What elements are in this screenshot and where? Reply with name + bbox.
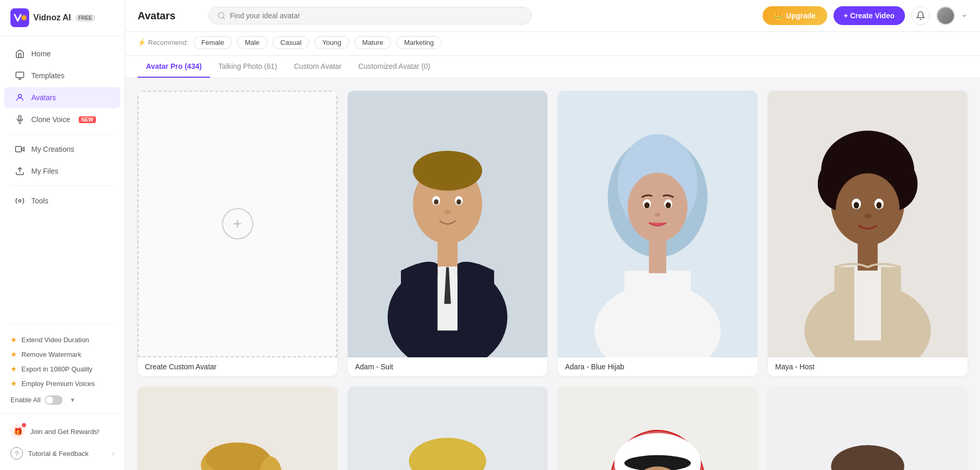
enable-all-toggle[interactable] bbox=[45, 395, 63, 405]
avatar-figure-adam bbox=[348, 91, 547, 357]
my-files-icon bbox=[15, 166, 25, 176]
logo-area: Vidnoz AI FREE bbox=[0, 0, 125, 36]
svg-point-1 bbox=[21, 15, 27, 20]
premium-label-watermark: Remove Watermark bbox=[21, 351, 81, 358]
nav-divider-1 bbox=[8, 134, 116, 135]
tutorial-feedback-item[interactable]: ? Tutorial & Feedback › bbox=[4, 443, 120, 464]
nav-item-my-creations[interactable]: My Creations bbox=[4, 139, 120, 160]
avatar-figure-ali bbox=[558, 387, 757, 470]
recommend-tag-young[interactable]: Young bbox=[314, 36, 349, 49]
topbar: Avatars 👑 Upgrade + Create Video bbox=[125, 0, 980, 32]
svg-point-34 bbox=[655, 213, 660, 217]
avatar-image-adam bbox=[348, 91, 547, 357]
avatar-card-adam[interactable]: Adam - Suit bbox=[348, 91, 547, 376]
avatar-label-create: Create Custom Avatar bbox=[138, 357, 337, 376]
chevron-down-icon[interactable]: ▾ bbox=[69, 394, 77, 406]
join-rewards-item[interactable]: 🎁 Join and Get Rewards! bbox=[4, 420, 120, 443]
templates-icon bbox=[15, 70, 25, 81]
tab-custom-avatar[interactable]: Custom Avatar bbox=[286, 56, 350, 78]
recommend-tag-casual[interactable]: Casual bbox=[273, 36, 309, 49]
svg-point-9 bbox=[218, 13, 224, 18]
nav-item-tools[interactable]: Tools bbox=[4, 190, 120, 211]
premium-extend-video[interactable]: ★ Extend Video Duration bbox=[8, 332, 116, 347]
avatar-image-brittany bbox=[138, 387, 337, 470]
recommend-tag-marketing[interactable]: Marketing bbox=[396, 36, 442, 49]
nav-item-home[interactable]: Home bbox=[4, 43, 120, 64]
user-chevron-icon[interactable] bbox=[961, 13, 967, 19]
premium-label-extend: Extend Video Duration bbox=[21, 336, 89, 344]
recommend-label: ⚡ Recommend: bbox=[138, 39, 188, 46]
avatar-card-chloe[interactable]: Chloe - HR Manager bbox=[348, 387, 547, 470]
search-input[interactable] bbox=[230, 11, 523, 20]
content-area: + Create Custom Avatar bbox=[125, 78, 980, 470]
search-icon bbox=[217, 11, 226, 20]
avatar-card-brittany[interactable]: Brittany - Staff bbox=[138, 387, 337, 470]
tab-talking-photo[interactable]: Talking Photo (61) bbox=[210, 56, 286, 78]
upgrade-button[interactable]: 👑 Upgrade bbox=[763, 6, 827, 25]
rewards-badge bbox=[21, 423, 27, 428]
nav-item-avatars[interactable]: Avatars bbox=[4, 87, 120, 108]
recommend-tag-male[interactable]: Male bbox=[237, 36, 267, 49]
tab-customized-avatar[interactable]: Customized Avatar (0) bbox=[350, 56, 438, 78]
svg-rect-6 bbox=[16, 147, 21, 152]
main-content: Avatars 👑 Upgrade + Create Video ⚡ bbox=[125, 0, 980, 470]
recommend-tag-mature[interactable]: Mature bbox=[354, 36, 391, 49]
premium-label-1080p: Export in 1080P Quality bbox=[21, 365, 92, 373]
svg-rect-4 bbox=[19, 116, 21, 120]
premium-export-1080p[interactable]: ★ Export in 1080P Quality bbox=[8, 361, 116, 376]
premium-employ-voices[interactable]: ★ Employ Premium Voices bbox=[8, 376, 116, 391]
nav-item-my-files[interactable]: My Files bbox=[4, 161, 120, 182]
join-rewards-label: Join and Get Rewards! bbox=[30, 428, 99, 436]
star-icon-1080p: ★ bbox=[10, 365, 17, 373]
svg-rect-26 bbox=[624, 271, 691, 357]
avatar-figure-charles bbox=[768, 387, 967, 470]
avatar-figure-maya bbox=[768, 91, 967, 357]
premium-label-voices: Employ Premium Voices bbox=[21, 380, 95, 388]
svg-point-44 bbox=[836, 173, 900, 245]
logo-text: Vidnoz AI bbox=[33, 13, 71, 22]
enable-all-label: Enable All bbox=[10, 396, 41, 404]
nav-label-templates: Templates bbox=[31, 71, 65, 80]
upgrade-crown-icon: 👑 bbox=[774, 11, 783, 20]
premium-remove-watermark[interactable]: ★ Remove Watermark bbox=[8, 347, 116, 361]
nav-item-clone-voice[interactable]: Clone Voice NEW bbox=[4, 109, 120, 130]
svg-marker-5 bbox=[21, 147, 24, 151]
avatar-create-placeholder: + bbox=[138, 91, 337, 357]
avatar-card-create[interactable]: + Create Custom Avatar bbox=[138, 91, 337, 376]
avatar-card-adara[interactable]: Adara - Blue Hijab bbox=[558, 91, 757, 376]
nav-divider-2 bbox=[8, 186, 116, 186]
avatar-image-chloe bbox=[348, 387, 547, 470]
lightning-icon: ⚡ bbox=[138, 39, 146, 46]
page-title: Avatars bbox=[138, 10, 200, 22]
tab-avatar-pro[interactable]: Avatar Pro (434) bbox=[138, 56, 210, 78]
user-avatar-button[interactable] bbox=[936, 6, 955, 25]
plus-icon: + bbox=[222, 208, 253, 239]
svg-point-22 bbox=[444, 210, 451, 214]
tutorial-icon: ? bbox=[10, 447, 23, 460]
svg-point-33 bbox=[666, 202, 671, 208]
svg-rect-35 bbox=[649, 238, 666, 273]
home-icon bbox=[15, 49, 25, 59]
clone-voice-icon bbox=[15, 114, 25, 125]
sidebar: Vidnoz AI FREE Home Templates Avatars bbox=[0, 0, 125, 470]
avatar-card-charles[interactable]: Charles - Teacher bbox=[768, 387, 967, 470]
star-icon-voices: ★ bbox=[10, 379, 17, 388]
recommend-tag-female[interactable]: Female bbox=[193, 36, 231, 49]
star-icon-extend: ★ bbox=[10, 335, 17, 344]
new-badge: NEW bbox=[79, 116, 96, 123]
user-avatar-image bbox=[937, 7, 954, 24]
search-bar[interactable] bbox=[209, 7, 532, 25]
nav-item-templates[interactable]: Templates bbox=[4, 65, 120, 86]
avatar-card-maya[interactable]: Maya - Host bbox=[768, 91, 967, 376]
svg-point-17 bbox=[413, 151, 482, 191]
avatar-card-ali[interactable]: Ali - Red Ghutra bbox=[558, 387, 757, 470]
notification-button[interactable] bbox=[911, 6, 930, 25]
nav-label-my-creations: My Creations bbox=[31, 145, 74, 153]
plan-badge: FREE bbox=[75, 14, 95, 22]
bell-icon bbox=[916, 11, 925, 20]
tutorial-feedback-label: Tutorial & Feedback bbox=[28, 450, 89, 457]
create-video-button[interactable]: + Create Video bbox=[834, 6, 905, 25]
avatar-image-maya bbox=[768, 91, 967, 357]
sidebar-navigation: Home Templates Avatars Clone Voice NEW bbox=[0, 36, 125, 319]
svg-line-10 bbox=[223, 17, 225, 19]
